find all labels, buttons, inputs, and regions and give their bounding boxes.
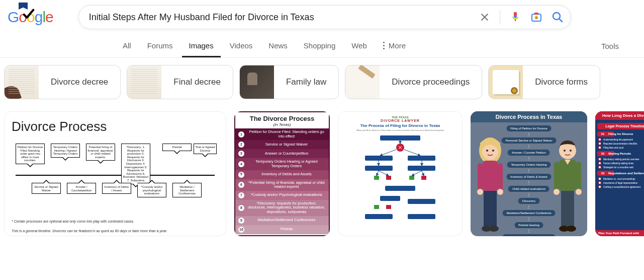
footnote: * Certain processes are optional and onl… bbox=[12, 219, 219, 224]
card-subtitle: Legal Process Timeline bbox=[597, 123, 644, 129]
svg-point-3 bbox=[535, 17, 537, 19]
footnote: This is a general timeline. Divorces can… bbox=[12, 229, 219, 233]
svg-rect-19 bbox=[421, 176, 426, 180]
search-input[interactable] bbox=[89, 12, 479, 23]
chip-family-law[interactable]: Family law bbox=[239, 65, 339, 99]
tab-web[interactable]: Web bbox=[344, 34, 374, 57]
svg-point-34 bbox=[492, 150, 494, 152]
svg-rect-17 bbox=[386, 176, 391, 180]
svg-rect-25 bbox=[380, 196, 400, 201]
tab-videos[interactable]: Videos bbox=[223, 34, 260, 57]
svg-line-10 bbox=[380, 150, 396, 156]
google-logo[interactable]: Google bbox=[8, 9, 53, 26]
divider bbox=[500, 10, 500, 24]
voice-search-icon[interactable] bbox=[509, 11, 521, 23]
chip-label: Divorce decree bbox=[39, 77, 120, 87]
chip-thumb bbox=[489, 65, 523, 99]
chip-thumb bbox=[5, 65, 39, 99]
tab-all[interactable]: All bbox=[116, 34, 138, 57]
svg-rect-38 bbox=[498, 163, 503, 191]
svg-rect-36 bbox=[484, 191, 497, 226]
svg-point-51 bbox=[576, 189, 582, 195]
tab-forums[interactable]: Forums bbox=[140, 34, 180, 57]
tools-button[interactable]: Tools bbox=[596, 35, 624, 57]
svg-rect-13 bbox=[408, 166, 435, 171]
card-title: The Process of Filing for Divorce in Tex… bbox=[342, 123, 458, 128]
card-title: Divorce Process in Texas bbox=[471, 111, 587, 122]
chip-divorce-proceedings[interactable]: Divorce proceedings bbox=[345, 65, 482, 99]
result-divorce-process-texas-list[interactable]: The Divorce Process (in Texas) 1Petition… bbox=[234, 111, 330, 236]
svg-point-33 bbox=[486, 150, 488, 152]
flowchart: Petition for Divorce Filed Standing orde… bbox=[12, 144, 219, 214]
tab-more[interactable]: More bbox=[376, 34, 413, 57]
tab-shopping[interactable]: Shopping bbox=[297, 34, 342, 57]
svg-line-23 bbox=[422, 171, 424, 176]
steps-column: Filing of Petition for Divorce⋮Personal … bbox=[502, 125, 557, 236]
man-icon bbox=[550, 135, 585, 236]
svg-rect-30 bbox=[408, 214, 435, 219]
svg-rect-35 bbox=[483, 161, 498, 191]
svg-point-50 bbox=[554, 189, 560, 195]
chip-thumb bbox=[240, 65, 274, 99]
result-divorce-process-cartoon[interactable]: Divorce Process in Texas Filing of Petit… bbox=[471, 111, 587, 236]
image-results: Divorce Process Petition for Divorce Fil… bbox=[0, 106, 644, 241]
svg-point-44 bbox=[564, 150, 566, 152]
card-footer: Plan Your Path Forward with bbox=[595, 230, 644, 236]
woman-icon bbox=[473, 135, 508, 236]
brand-text: DIVORCE LAWYER bbox=[342, 119, 458, 122]
checkmark-icon bbox=[22, 8, 36, 22]
result-filing-process-infographic[interactable]: THE TEXAS DIVORCE LAWYER The Process of … bbox=[338, 111, 463, 236]
svg-rect-16 bbox=[374, 176, 379, 180]
svg-point-39 bbox=[477, 189, 483, 195]
svg-rect-24 bbox=[385, 186, 415, 191]
svg-rect-28 bbox=[408, 199, 435, 204]
tab-more-label: More bbox=[389, 41, 406, 50]
tab-news[interactable]: News bbox=[261, 34, 295, 57]
chip-label: Divorce forms bbox=[523, 77, 600, 87]
chip-label: Final decree bbox=[161, 77, 233, 87]
flowchart-icon bbox=[342, 133, 458, 224]
svg-rect-26 bbox=[374, 205, 379, 209]
result-timeline-infographic[interactable]: How Long Does a Divor Legal Process Time… bbox=[595, 111, 644, 236]
svg-point-42 bbox=[489, 226, 499, 232]
card-subtitle: (in Texas) bbox=[237, 122, 327, 127]
svg-rect-8 bbox=[408, 156, 435, 161]
chip-divorce-forms[interactable]: Divorce forms bbox=[488, 65, 600, 99]
svg-point-45 bbox=[570, 150, 572, 152]
search-icon[interactable] bbox=[551, 11, 564, 23]
svg-rect-37 bbox=[478, 163, 483, 191]
svg-line-20 bbox=[377, 171, 379, 176]
svg-rect-1 bbox=[534, 13, 538, 15]
svg-rect-48 bbox=[554, 162, 559, 191]
svg-rect-27 bbox=[386, 205, 391, 209]
chip-thumb bbox=[127, 65, 161, 99]
clear-icon[interactable] bbox=[479, 11, 491, 23]
svg-rect-47 bbox=[561, 191, 574, 226]
svg-rect-29 bbox=[365, 214, 393, 219]
svg-line-22 bbox=[412, 171, 422, 176]
more-dots-icon bbox=[383, 42, 385, 49]
chip-label: Family law bbox=[274, 77, 338, 87]
card-title: Divorce Process bbox=[12, 119, 219, 134]
related-chips: Divorce decree Final decree Family law D… bbox=[0, 58, 644, 106]
search-bar[interactable] bbox=[78, 5, 571, 29]
svg-line-11 bbox=[404, 150, 420, 156]
card-subtitle: When you file for divorce in Texas there… bbox=[342, 129, 458, 131]
card-title: The Divorce Process bbox=[237, 115, 327, 122]
card-title: How Long Does a Divor bbox=[595, 111, 644, 120]
chip-divorce-decree[interactable]: Divorce decree bbox=[4, 65, 121, 99]
svg-rect-12 bbox=[365, 166, 393, 171]
svg-point-53 bbox=[566, 226, 576, 232]
svg-rect-49 bbox=[576, 162, 581, 191]
svg-line-21 bbox=[379, 171, 389, 176]
chip-label: Divorce proceedings bbox=[380, 77, 482, 87]
svg-rect-18 bbox=[409, 176, 414, 180]
result-divorce-process-flowchart[interactable]: Divorce Process Petition for Divorce Fil… bbox=[4, 111, 226, 236]
search-tabs: All Forums Images Videos News Shopping W… bbox=[0, 34, 644, 58]
image-search-icon[interactable] bbox=[530, 11, 542, 23]
svg-point-40 bbox=[497, 189, 503, 195]
chip-thumb bbox=[345, 65, 380, 99]
svg-rect-7 bbox=[365, 156, 393, 161]
chip-final-decree[interactable]: Final decree bbox=[127, 65, 233, 99]
tab-images[interactable]: Images bbox=[182, 34, 221, 57]
